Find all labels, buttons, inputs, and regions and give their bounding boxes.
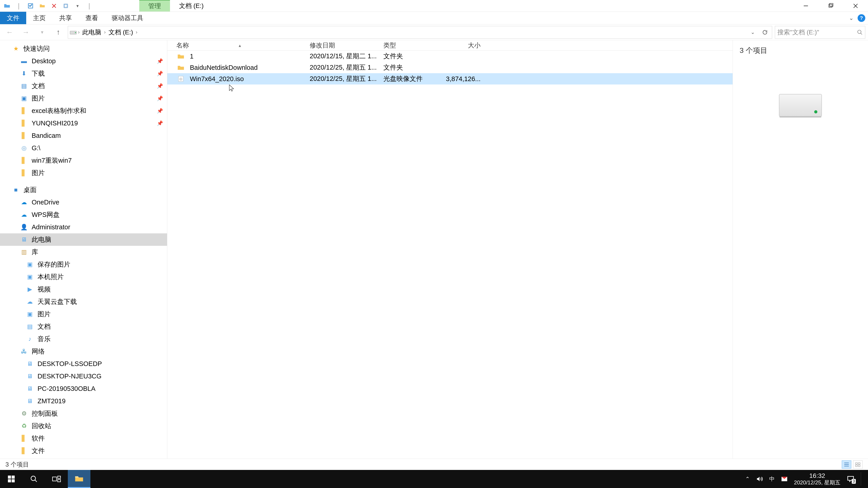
tree-label: 文件: [32, 447, 45, 455]
taskbar-search-button[interactable]: [23, 470, 45, 488]
address-dropdown-icon[interactable]: ⌄: [747, 29, 758, 35]
tree-recycle-bin[interactable]: ♻ 回收站: [0, 420, 167, 432]
tree-desktop-root[interactable]: ■ 桌面: [0, 184, 167, 196]
taskbar-clock[interactable]: 16:32 2020/12/25, 星期五: [794, 472, 840, 486]
svg-rect-15: [8, 476, 11, 479]
tree-tianyi[interactable]: ☁ 天翼云盘下载: [0, 295, 167, 308]
column-date[interactable]: 修改日期: [310, 41, 383, 50]
tree-network-pc[interactable]: 🖥 PC-20190530OBLA: [0, 383, 167, 395]
minimize-button[interactable]: [794, 0, 818, 12]
svg-rect-14: [858, 465, 860, 466]
tree-pictures-lib[interactable]: ▣ 图片: [0, 308, 167, 320]
tree-libraries[interactable]: ▥ 库: [0, 246, 167, 258]
tree-documents[interactable]: ▤ 文档 📌: [0, 80, 167, 92]
tree-administrator[interactable]: 👤 Administrator: [0, 221, 167, 233]
nav-up-button[interactable]: ↑: [52, 26, 65, 39]
file-row[interactable]: 12020/12/15, 星期二 1...文件夹: [167, 51, 733, 62]
search-icon[interactable]: [857, 29, 863, 35]
tree-documents-lib[interactable]: ▤ 文档: [0, 320, 167, 333]
action-center-button[interactable]: 3: [847, 475, 855, 483]
column-type[interactable]: 类型: [383, 41, 444, 50]
tree-pictures2[interactable]: ▋ 图片: [0, 167, 167, 179]
tree-network-pc[interactable]: 🖥 DESKTOP-NJEU3CG: [0, 370, 167, 383]
start-button[interactable]: [0, 470, 23, 488]
tree-network-pc[interactable]: 🖥 ZMT2019: [0, 395, 167, 408]
nav-forward-button[interactable]: →: [19, 26, 33, 39]
view-details-button[interactable]: [842, 460, 851, 468]
tree-files-folder[interactable]: ▋ 文件: [0, 445, 167, 457]
tree-camera-roll[interactable]: ▣ 本机照片: [0, 271, 167, 283]
tree-saved-pictures[interactable]: ▣ 保存的图片: [0, 258, 167, 271]
taskbar-explorer-button[interactable]: [68, 470, 90, 488]
status-item-count: 3 个项目: [5, 460, 29, 468]
tree-quick-access[interactable]: ★ 快速访问: [0, 42, 167, 55]
system-tray[interactable]: ⌃ 中 16:32 2020/12/25, 星期五 3: [741, 472, 868, 486]
tree-label: 图片: [32, 94, 45, 103]
tree-label: excel表格制作求和: [32, 106, 86, 116]
tree-wps[interactable]: ☁ WPS网盘: [0, 208, 167, 221]
tray-ime-indicator[interactable]: 中: [769, 475, 775, 483]
tree-onedrive[interactable]: ☁ OneDrive: [0, 196, 167, 208]
tree-pictures[interactable]: ▣ 图片 📌: [0, 92, 167, 105]
refresh-icon[interactable]: [759, 29, 771, 35]
pin-icon: 📌: [157, 121, 163, 126]
help-icon[interactable]: ?: [858, 14, 865, 22]
breadcrumb-location[interactable]: 文档 (E:): [107, 28, 135, 37]
task-view-button[interactable]: [45, 470, 68, 488]
close-button[interactable]: [843, 0, 868, 12]
column-headers[interactable]: 名称 ▴ 修改日期 类型 大小: [167, 40, 733, 51]
tree-videos[interactable]: ▶ 视频: [0, 283, 167, 295]
svg-rect-21: [58, 476, 61, 478]
crumb-sep-icon[interactable]: ›: [136, 29, 137, 35]
manage-tab[interactable]: 管理: [139, 0, 170, 11]
column-name[interactable]: 名称 ▴: [176, 41, 310, 50]
maximize-button[interactable]: [818, 0, 843, 12]
crumb-sep-icon[interactable]: ›: [104, 29, 105, 35]
qat-delete-icon[interactable]: [49, 1, 59, 11]
tree-network-pc[interactable]: 🖥 DESKTOP-LSSOEDP: [0, 358, 167, 370]
tree-yunqishi[interactable]: ▋ YUNQISHI2019 📌: [0, 117, 167, 129]
tray-volume-icon[interactable]: [756, 476, 763, 482]
address-bar[interactable]: › 此电脑 › 文档 (E:) › ⌄: [68, 26, 772, 39]
tree-control-panel[interactable]: ⚙ 控制面板: [0, 408, 167, 420]
taskbar[interactable]: ⌃ 中 16:32 2020/12/25, 星期五 3: [0, 470, 868, 488]
tree-excel-reqs[interactable]: ▋ excel表格制作求和 📌: [0, 105, 167, 117]
ribbon-tab-share[interactable]: 共享: [53, 12, 79, 24]
tree-this-pc[interactable]: 🖥 此电脑: [0, 233, 167, 246]
qat-rename-icon[interactable]: [61, 1, 70, 11]
file-row[interactable]: BaiduNetdiskDownload2020/12/25, 星期五 1...…: [167, 62, 733, 73]
tree-label: ZMT2019: [37, 397, 66, 405]
pin-icon: 📌: [157, 71, 163, 76]
tree-desktop[interactable]: ▬ Desktop 📌: [0, 55, 167, 67]
crumb-sep-icon[interactable]: ›: [78, 29, 80, 35]
ribbon-tab-file[interactable]: 文件: [0, 12, 26, 24]
view-icons-button[interactable]: [853, 460, 863, 468]
column-size[interactable]: 大小: [444, 41, 485, 50]
tree-label: Desktop: [32, 57, 56, 65]
ribbon-tab-home[interactable]: 主页: [26, 12, 53, 24]
tree-bandicam[interactable]: ▋ Bandicam: [0, 129, 167, 142]
search-input[interactable]: 搜索"文档 (E:)": [775, 26, 865, 39]
qat-properties-icon[interactable]: [26, 1, 35, 11]
tree-g-drive[interactable]: ◎ G:\: [0, 142, 167, 154]
nav-history-dropdown[interactable]: ▾: [35, 26, 49, 39]
breadcrumb-this-pc[interactable]: 此电脑: [81, 28, 103, 37]
tree-downloads[interactable]: ⬇ 下载 📌: [0, 67, 167, 80]
show-desktop-button[interactable]: [861, 472, 864, 486]
ribbon-tab-view[interactable]: 查看: [79, 12, 105, 24]
qat-dropdown-icon[interactable]: ▾: [73, 1, 82, 11]
tray-app-icon[interactable]: [781, 476, 788, 482]
tree-music[interactable]: ♪ 音乐: [0, 333, 167, 345]
file-row[interactable]: Win7x64_2020.iso2020/12/25, 星期五 1...光盘映像…: [167, 73, 733, 85]
navigation-tree[interactable]: ★ 快速访问 ▬ Desktop 📌 ⬇ 下载 📌 ▤ 文档 📌 ▣ 图片: [0, 40, 167, 459]
tree-win7-reinstall[interactable]: ▋ win7重装win7: [0, 154, 167, 167]
tree-label: 控制面板: [32, 409, 58, 418]
ribbon-expand-icon[interactable]: ⌄: [849, 15, 854, 21]
qat-new-folder-icon[interactable]: [37, 1, 47, 11]
tree-label: PC-20190530OBLA: [37, 385, 95, 392]
tree-software[interactable]: ▋ 软件: [0, 432, 167, 445]
tree-network[interactable]: 🖧 网络: [0, 345, 167, 358]
tray-overflow-icon[interactable]: ⌃: [745, 476, 750, 482]
ribbon-tab-drive-tools[interactable]: 驱动器工具: [105, 12, 150, 24]
nav-back-button[interactable]: ←: [3, 26, 16, 39]
